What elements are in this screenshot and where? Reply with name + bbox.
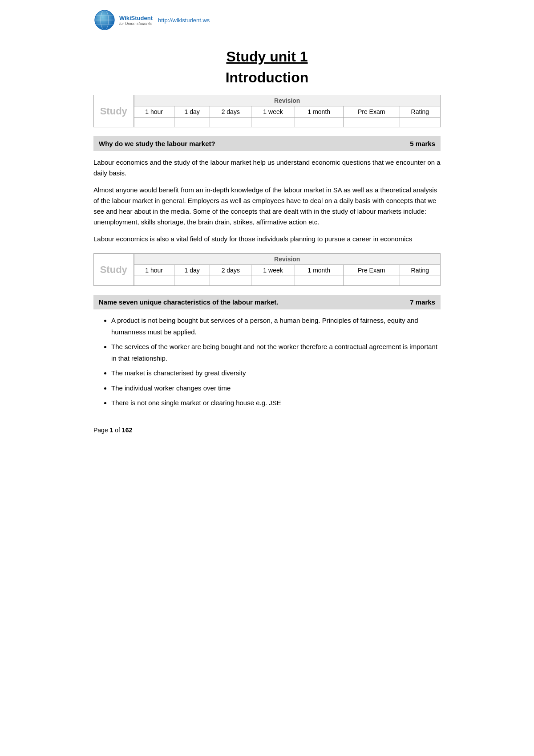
study-label-1: Study <box>94 95 134 127</box>
col-1month-1: 1 month <box>295 106 343 118</box>
bullet-item-2: The services of the worker are being bou… <box>111 341 441 364</box>
empty-row-1 <box>94 118 441 127</box>
page-number: 1 <box>110 427 113 434</box>
revision-header-row-2: Study Revision <box>94 254 441 265</box>
empty-9 <box>174 276 210 286</box>
empty-14 <box>400 276 440 286</box>
empty-6 <box>343 118 400 127</box>
empty-3 <box>210 118 251 127</box>
bullet-item-4: The individual worker changes over time <box>111 382 441 394</box>
page-label: Page <box>93 427 108 434</box>
revision-table-2: Study Revision 1 hour 1 day 2 days 1 wee… <box>93 253 441 286</box>
paragraph-1-3: Labour economics is also a vital field o… <box>93 234 441 244</box>
logo-text-block: WikiStudent for Union students <box>119 15 153 26</box>
revision-label-2: Revision <box>134 254 441 265</box>
empty-12 <box>295 276 343 286</box>
revision-table-1: Study Revision 1 hour 1 day 2 days 1 wee… <box>93 95 441 127</box>
bullet-list-2: A product is not being bought but servic… <box>111 315 441 409</box>
sub-title: Introduction <box>93 69 441 86</box>
logo-globe-icon <box>93 9 116 31</box>
marks-text-2: 7 marks <box>410 298 435 306</box>
logo-main-text: WikiStudent <box>119 15 153 21</box>
question-text-2: Name seven unique characteristics of the… <box>99 298 278 306</box>
empty-4 <box>251 118 295 127</box>
paragraph-1-1: Labour economics and the study of the la… <box>93 157 441 179</box>
empty-10 <box>210 276 251 286</box>
revision-label-1: Revision <box>134 95 441 106</box>
question-header-2: Name seven unique characteristics of the… <box>93 295 441 309</box>
page-footer: Page 1 of 162 <box>93 427 441 434</box>
col-1hour-1: 1 hour <box>134 106 174 118</box>
logo-sub-text: for Union students <box>119 21 153 26</box>
col-2days-1: 2 days <box>210 106 251 118</box>
col-1hour-2: 1 hour <box>134 265 174 276</box>
col-preexam-2: Pre Exam <box>343 265 400 276</box>
empty-2 <box>174 118 210 127</box>
col-1week-1: 1 week <box>251 106 295 118</box>
study-label-2: Study <box>94 254 134 286</box>
bullet-item-1: A product is not being bought but servic… <box>111 315 441 337</box>
col-1month-2: 1 month <box>295 265 343 276</box>
revision-table-element-1: Study Revision 1 hour 1 day 2 days 1 wee… <box>93 95 441 127</box>
logo-area: WikiStudent for Union students http://wi… <box>93 9 210 31</box>
of-label: of <box>115 427 120 434</box>
title-section: Study unit 1 Introduction <box>93 49 441 86</box>
empty-11 <box>251 276 295 286</box>
col-1day-1: 1 day <box>174 106 210 118</box>
total-pages: 162 <box>122 427 132 434</box>
revision-table-element-2: Study Revision 1 hour 1 day 2 days 1 wee… <box>93 253 441 286</box>
bullet-item-3: The market is characterised by great div… <box>111 367 441 379</box>
col-rating-2: Rating <box>400 265 440 276</box>
col-2days-2: 2 days <box>210 265 251 276</box>
empty-7 <box>400 118 440 127</box>
revision-header-row-1: Study Revision <box>94 95 441 106</box>
empty-1 <box>134 118 174 127</box>
empty-5 <box>295 118 343 127</box>
col-1week-2: 1 week <box>251 265 295 276</box>
question-text-1: Why do we study the labour market? <box>99 140 215 147</box>
revision-columns-row-1: 1 hour 1 day 2 days 1 week 1 month Pre E… <box>94 106 441 118</box>
question-header-1: Why do we study the labour market? 5 mar… <box>93 136 441 151</box>
main-title: Study unit 1 <box>93 49 441 65</box>
empty-13 <box>343 276 400 286</box>
col-rating-1: Rating <box>400 106 440 118</box>
bullet-item-5: There is not one single market or cleari… <box>111 397 441 409</box>
col-1day-2: 1 day <box>174 265 210 276</box>
revision-columns-row-2: 1 hour 1 day 2 days 1 week 1 month Pre E… <box>94 265 441 276</box>
page-header: WikiStudent for Union students http://wi… <box>93 9 441 35</box>
paragraph-1-2: Almost anyone would benefit from an in-d… <box>93 185 441 228</box>
empty-row-2 <box>94 276 441 286</box>
website-link[interactable]: http://wikistudent.ws <box>158 17 210 24</box>
empty-8 <box>134 276 174 286</box>
col-preexam-1: Pre Exam <box>343 106 400 118</box>
marks-text-1: 5 marks <box>410 140 435 147</box>
